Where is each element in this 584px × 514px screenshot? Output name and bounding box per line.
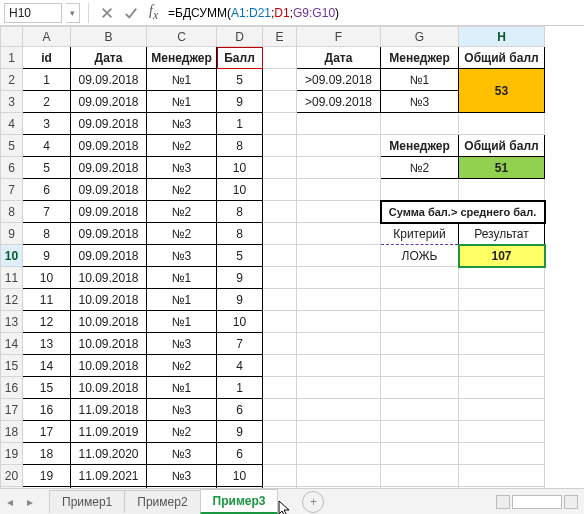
worksheet-grid[interactable]: A B C D E F G H 1 id Дата Менеджер Балл … bbox=[0, 26, 584, 488]
cell[interactable] bbox=[459, 267, 545, 289]
cell[interactable] bbox=[263, 91, 297, 113]
cell[interactable]: №1 bbox=[147, 289, 217, 311]
cell[interactable]: 09.09.2018 bbox=[71, 179, 147, 201]
row-6[interactable]: 6 509.09.2018№310 №2 51 bbox=[1, 157, 545, 179]
cell[interactable]: 12 bbox=[23, 311, 71, 333]
cell[interactable]: 7 bbox=[23, 201, 71, 223]
cell[interactable]: 11.09.2021 bbox=[71, 465, 147, 487]
cell[interactable] bbox=[263, 421, 297, 443]
cell[interactable] bbox=[263, 113, 297, 135]
cell[interactable] bbox=[263, 245, 297, 267]
cell[interactable]: 10.09.2018 bbox=[71, 267, 147, 289]
cell[interactable] bbox=[263, 399, 297, 421]
cell[interactable]: №1 bbox=[381, 69, 459, 91]
cell[interactable] bbox=[459, 399, 545, 421]
cell[interactable]: 11.09.2018 bbox=[71, 399, 147, 421]
cell[interactable]: 09.09.2018 bbox=[71, 157, 147, 179]
cell[interactable]: 10.09.2018 bbox=[71, 289, 147, 311]
cell[interactable]: 6 bbox=[217, 443, 263, 465]
cell[interactable] bbox=[381, 289, 459, 311]
cell[interactable]: 53 bbox=[459, 69, 545, 113]
cell[interactable] bbox=[263, 333, 297, 355]
col-header-B[interactable]: B bbox=[71, 27, 147, 47]
cell[interactable]: 1 bbox=[217, 377, 263, 399]
row-2[interactable]: 2 1 09.09.2018 №1 5 >09.09.2018 №1 53 bbox=[1, 69, 545, 91]
sheet-tab[interactable]: Пример1 bbox=[49, 490, 125, 513]
sheet-nav-next-icon[interactable]: ▸ bbox=[20, 490, 40, 514]
row-14[interactable]: 141310.09.2018№37 bbox=[1, 333, 545, 355]
col-header-F[interactable]: F bbox=[297, 27, 381, 47]
cell[interactable]: 10.09.2018 bbox=[71, 355, 147, 377]
cell[interactable]: №3 bbox=[147, 245, 217, 267]
cell[interactable]: 18 bbox=[23, 443, 71, 465]
cell[interactable]: №3 bbox=[147, 157, 217, 179]
cell[interactable] bbox=[263, 179, 297, 201]
row-16[interactable]: 161510.09.2018№11 bbox=[1, 377, 545, 399]
enter-icon[interactable] bbox=[121, 3, 141, 23]
col-header-E[interactable]: E bbox=[263, 27, 297, 47]
col-header-C[interactable]: C bbox=[147, 27, 217, 47]
col-header-A[interactable]: A bbox=[23, 27, 71, 47]
cell[interactable]: 09.09.2018 bbox=[71, 69, 147, 91]
cell[interactable] bbox=[459, 465, 545, 487]
fx-icon[interactable]: fx bbox=[145, 3, 162, 22]
cell[interactable] bbox=[381, 421, 459, 443]
row-10[interactable]: 10 909.09.2018№35 ЛОЖЬ 107 bbox=[1, 245, 545, 267]
cell[interactable]: 7 bbox=[217, 333, 263, 355]
cell[interactable]: Дата bbox=[297, 47, 381, 69]
cell[interactable]: ЛОЖЬ bbox=[381, 245, 459, 267]
sheet-nav-prev-icon[interactable]: ◂ bbox=[0, 490, 20, 514]
cell[interactable]: 8 bbox=[217, 223, 263, 245]
cell[interactable]: 09.09.2018 bbox=[71, 91, 147, 113]
row-1[interactable]: 1 id Дата Менеджер Балл Дата Менеджер Об… bbox=[1, 47, 545, 69]
row-8[interactable]: 8 709.09.2018№28 Сумма бал.> среднего ба… bbox=[1, 201, 545, 223]
cell[interactable]: 3 bbox=[23, 113, 71, 135]
cell[interactable]: >09.09.2018 bbox=[297, 91, 381, 113]
row-12[interactable]: 121110.09.2018№19 bbox=[1, 289, 545, 311]
cell[interactable]: 11.09.2020 bbox=[71, 443, 147, 465]
cell[interactable] bbox=[263, 465, 297, 487]
cell[interactable] bbox=[459, 421, 545, 443]
cell[interactable] bbox=[459, 113, 545, 135]
cell[interactable] bbox=[263, 289, 297, 311]
cell[interactable]: Общий балл bbox=[459, 135, 545, 157]
cell[interactable] bbox=[459, 311, 545, 333]
cell[interactable] bbox=[297, 245, 381, 267]
cell[interactable]: 13 bbox=[23, 333, 71, 355]
cell[interactable]: 10 bbox=[217, 157, 263, 179]
cell[interactable] bbox=[297, 333, 381, 355]
cell[interactable]: 10.09.2018 bbox=[71, 311, 147, 333]
cell[interactable] bbox=[263, 135, 297, 157]
cell[interactable]: 10 bbox=[23, 267, 71, 289]
cell[interactable] bbox=[297, 135, 381, 157]
cell[interactable]: №3 bbox=[147, 333, 217, 355]
cell[interactable] bbox=[297, 311, 381, 333]
cell[interactable] bbox=[263, 311, 297, 333]
cell[interactable]: №1 bbox=[147, 377, 217, 399]
cell[interactable]: №1 bbox=[147, 311, 217, 333]
cell[interactable]: Менеджер bbox=[381, 135, 459, 157]
cell[interactable]: Дата bbox=[71, 47, 147, 69]
cell[interactable] bbox=[381, 267, 459, 289]
cell[interactable]: 1 bbox=[217, 113, 263, 135]
cell[interactable]: 9 bbox=[217, 267, 263, 289]
cell[interactable]: 8 bbox=[23, 223, 71, 245]
cell[interactable] bbox=[263, 157, 297, 179]
cell[interactable]: 1 bbox=[23, 69, 71, 91]
cell[interactable] bbox=[297, 179, 381, 201]
cell[interactable]: №2 bbox=[147, 355, 217, 377]
col-header-G[interactable]: G bbox=[381, 27, 459, 47]
cell[interactable]: >09.09.2018 bbox=[297, 69, 381, 91]
cell[interactable]: Балл bbox=[217, 47, 263, 69]
cell[interactable] bbox=[263, 47, 297, 69]
cell[interactable]: 9 bbox=[217, 91, 263, 113]
cell[interactable] bbox=[381, 399, 459, 421]
cell[interactable] bbox=[263, 377, 297, 399]
cell[interactable]: 11.09.2019 bbox=[71, 421, 147, 443]
cell[interactable]: 09.09.2018 bbox=[71, 201, 147, 223]
cell[interactable] bbox=[381, 333, 459, 355]
cell[interactable]: 10 bbox=[217, 179, 263, 201]
cell[interactable]: 11 bbox=[23, 289, 71, 311]
row-4[interactable]: 4 309.09.2018№31 bbox=[1, 113, 545, 135]
cell[interactable] bbox=[381, 355, 459, 377]
